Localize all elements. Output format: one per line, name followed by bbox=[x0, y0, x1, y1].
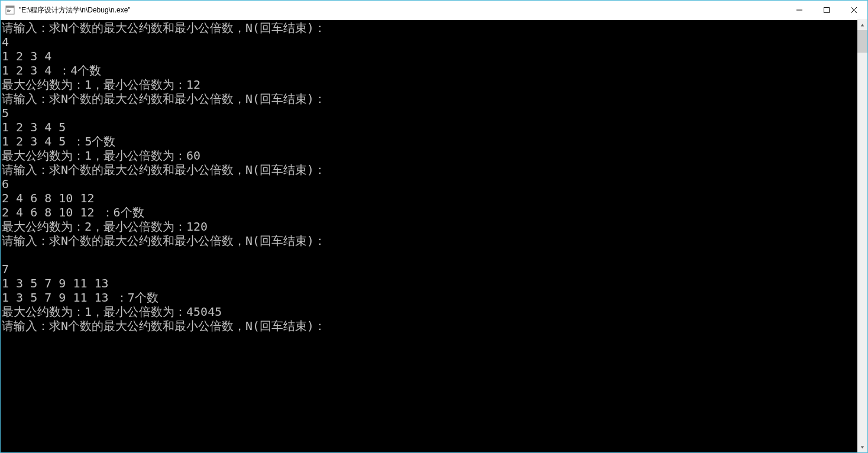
console-line: 1 3 5 7 9 11 13 bbox=[2, 276, 856, 290]
vertical-scrollbar[interactable] bbox=[857, 20, 867, 452]
console-line: 最大公约数为：2，最小公倍数为：120 bbox=[2, 219, 856, 234]
maximize-button[interactable] bbox=[813, 1, 840, 20]
svg-rect-1 bbox=[6, 6, 14, 8]
scroll-down-arrow[interactable] bbox=[857, 442, 867, 452]
console-line: 请输入：求N个数的最大公约数和最小公倍数，N(回车结束)： bbox=[2, 234, 856, 248]
console-line: 请输入：求N个数的最大公约数和最小公倍数，N(回车结束)： bbox=[2, 163, 856, 177]
svg-rect-3 bbox=[7, 10, 11, 11]
console-line: 请输入：求N个数的最大公约数和最小公倍数，N(回车结束)： bbox=[2, 21, 856, 35]
console-line: 1 2 3 4 5 bbox=[2, 120, 856, 134]
console-line bbox=[2, 248, 856, 262]
console-line: 6 bbox=[2, 177, 856, 191]
scroll-track[interactable] bbox=[857, 30, 867, 442]
svg-rect-2 bbox=[7, 9, 9, 9]
console-line: 1 3 5 7 9 11 13 ：7个数 bbox=[2, 290, 856, 305]
svg-rect-4 bbox=[7, 11, 10, 12]
console-line: 请输入：求N个数的最大公约数和最小公倍数，N(回车结束)： bbox=[2, 92, 856, 106]
console-output[interactable]: 请输入：求N个数的最大公约数和最小公倍数，N(回车结束)：41 2 3 41 2… bbox=[1, 20, 857, 452]
console-line: 4 bbox=[2, 35, 856, 49]
window-title: "E:\程序设计方法学\n\Debug\n.exe" bbox=[19, 5, 786, 15]
svg-rect-6 bbox=[824, 8, 830, 13]
console-line: 请输入：求N个数的最大公约数和最小公倍数，N(回车结束)： bbox=[2, 319, 856, 333]
console-line: 2 4 6 8 10 12 bbox=[2, 191, 856, 205]
console-line: 7 bbox=[2, 262, 856, 276]
minimize-button[interactable] bbox=[786, 1, 813, 20]
app-icon bbox=[5, 5, 15, 15]
console-line: 1 2 3 4 bbox=[2, 49, 856, 63]
console-line: 最大公约数为：1，最小公倍数为：12 bbox=[2, 77, 856, 92]
console-line: 5 bbox=[2, 106, 856, 120]
console-line: 2 4 6 8 10 12 ：6个数 bbox=[2, 205, 856, 219]
scroll-thumb[interactable] bbox=[857, 30, 867, 53]
console-line: 1 2 3 4 ：4个数 bbox=[2, 63, 856, 77]
scroll-up-arrow[interactable] bbox=[857, 20, 867, 30]
console-area: 请输入：求N个数的最大公约数和最小公倍数，N(回车结束)：41 2 3 41 2… bbox=[1, 20, 867, 452]
window-controls bbox=[786, 1, 867, 20]
console-line: 最大公约数为：1，最小公倍数为：45045 bbox=[2, 305, 856, 319]
console-line: 1 2 3 4 5 ：5个数 bbox=[2, 134, 856, 148]
console-line: 最大公约数为：1，最小公倍数为：60 bbox=[2, 148, 856, 163]
close-button[interactable] bbox=[840, 1, 867, 20]
title-bar: "E:\程序设计方法学\n\Debug\n.exe" bbox=[1, 1, 867, 20]
